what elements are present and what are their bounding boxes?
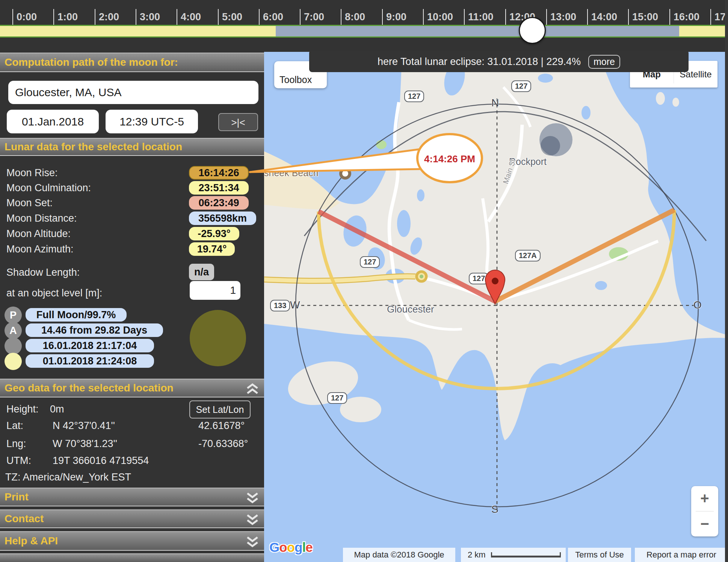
date-input[interactable]: 01.Jan.2018 <box>7 110 99 133</box>
eclipse-banner-text: here Total lunar eclipse: 31.01.2018 | 2… <box>378 56 581 68</box>
computation-header: Computation path of the moon for: <box>0 53 264 72</box>
full-moon-date: 01.01.2018 21:24:08 <box>26 354 154 368</box>
route-shield: 133 <box>270 300 290 311</box>
computation-header-label: Computation path of the moon for: <box>5 56 178 68</box>
utm-value: 19T 366016 4719554 <box>53 455 149 467</box>
full-moon-icon <box>5 353 22 370</box>
print-section[interactable]: Print <box>0 488 264 506</box>
geo-data-header-label: Geo data for the selected location <box>5 382 174 394</box>
hour-label: 0:00 <box>12 9 37 25</box>
mooncalc-app: 0:00 1:00 2:00 3:00 4:00 5:00 6:00 7:00 … <box>0 0 728 562</box>
height-label: Height: <box>6 403 39 415</box>
new-moon-date: 16.01.2018 21:17:04 <box>26 339 154 352</box>
print-label: Print <box>5 491 29 503</box>
moon-set-value: 06:23:49 <box>189 196 249 210</box>
moon-rise-value: 16:14:26 <box>189 166 249 180</box>
next-section-partial[interactable] <box>0 553 264 562</box>
hour-label: 15:00 <box>628 9 658 25</box>
hour-label: 2:00 <box>95 9 119 25</box>
moon-age-value: 14.46 from 29.82 Days <box>26 323 163 337</box>
phase-icon: P <box>5 307 22 324</box>
lat-decimal-value: 42.61678° <box>198 420 245 432</box>
zoom-control: + − <box>691 486 718 536</box>
map-scale: 2 km <box>461 548 566 562</box>
compass-north-label: N <box>491 97 499 109</box>
shadow-length-label: Shadow Length: <box>6 265 80 280</box>
row-label: Moon Distance: <box>6 212 77 225</box>
route-shield: 127 <box>327 392 347 404</box>
shadow-length-value: n/a <box>189 264 214 280</box>
help-api-section[interactable]: Help & API <box>0 531 264 551</box>
time-input[interactable]: 12:39 UTC-5 <box>106 110 198 133</box>
scale-bar <box>491 552 561 557</box>
zoom-in-button[interactable]: + <box>691 486 718 510</box>
route-shield: 127 <box>511 80 531 92</box>
map-graphics <box>264 52 728 562</box>
moon-distance-value: 356598km <box>189 212 256 225</box>
row-label: Moon Rise: <box>6 166 58 180</box>
object-level-label: at an object level [m]: <box>6 285 102 301</box>
lat-label: Lat: <box>6 420 23 432</box>
new-moon-icon <box>5 337 22 355</box>
logo-letter: o <box>287 540 295 554</box>
age-icon: A <box>5 322 22 339</box>
more-button[interactable]: more <box>588 55 620 69</box>
hour-label: 5:00 <box>218 9 242 25</box>
scale-label: 2 km <box>468 550 486 560</box>
map-canvas[interactable]: Gloucester Rockport sheek Beach Main St … <box>264 52 728 562</box>
compass-east-label: O <box>693 299 702 311</box>
lunar-data-header: Lunar data for the selected location <box>0 138 264 156</box>
height-value: 0m <box>50 403 64 415</box>
center-time-button[interactable]: >|< <box>218 113 258 131</box>
lng-dms-value: W 70°38'1.23'' <box>53 438 117 450</box>
lng-label: Lng: <box>6 438 26 450</box>
route-shield: 127A <box>515 250 541 261</box>
set-latlon-button[interactable]: Set Lat/Lon <box>189 400 251 418</box>
logo-letter: o <box>279 540 287 554</box>
eclipse-banner: here Total lunar eclipse: 31.01.2018 | 2… <box>309 51 689 72</box>
hour-label: 10:00 <box>423 9 453 25</box>
time-slider-knob[interactable] <box>519 17 546 44</box>
geo-data-header[interactable]: Geo data for the selected location <box>0 379 264 397</box>
logo-letter: G <box>269 540 279 554</box>
help-api-label: Help & API <box>5 535 58 547</box>
utm-label: UTM: <box>6 455 31 467</box>
contact-section[interactable]: Contact <box>0 509 264 528</box>
compass-west-label: W <box>290 299 300 311</box>
hour-label: 6:00 <box>259 9 283 25</box>
compass-south-label: S <box>491 503 498 515</box>
moon-up-segment <box>679 26 728 36</box>
hour-label: 4:00 <box>177 9 201 25</box>
hour-label: 13:00 <box>546 9 576 25</box>
hour-label: 16:00 <box>669 9 699 25</box>
contact-label: Contact <box>5 513 44 525</box>
hour-label: 11:00 <box>464 9 494 25</box>
timezone-value: TZ: America/New_York EST <box>5 471 131 483</box>
object-level-input[interactable]: 1 <box>190 281 240 300</box>
moon-down-segment <box>276 26 679 36</box>
zoom-out-button[interactable]: − <box>691 512 718 536</box>
beach-poi-icon <box>339 168 351 180</box>
hour-label: 9:00 <box>382 9 406 25</box>
row-label: Moon Set: <box>6 196 53 210</box>
moon-altitude-value: -25.93° <box>189 227 239 240</box>
lat-dms-value: N 42°37'0.41'' <box>53 420 115 432</box>
logo-letter: g <box>295 540 302 554</box>
terms-of-use-link[interactable]: Terms of Use <box>568 548 631 562</box>
expand-down-icon <box>245 513 260 526</box>
moon-azimuth-value: 19.74° <box>189 242 235 256</box>
time-slider-track[interactable] <box>0 25 728 38</box>
route-shield: 127 <box>404 91 424 102</box>
route-shield: 127 <box>469 273 489 284</box>
hour-label: 1:00 <box>53 9 78 25</box>
expand-down-icon <box>245 491 260 504</box>
map-copyright: Map data ©2018 Google <box>343 548 455 562</box>
report-map-error-link[interactable]: Report a map error <box>635 548 728 562</box>
lunar-data-header-label: Lunar data for the selected location <box>5 141 182 153</box>
location-input[interactable]: Gloucester, MA, USA <box>8 81 258 104</box>
google-logo[interactable]: Google <box>269 540 313 555</box>
hour-label: 8:00 <box>341 9 365 25</box>
expand-down-icon <box>245 535 260 548</box>
right-edge-scrollbar[interactable] <box>725 0 728 562</box>
row-label: Moon Azimuth: <box>6 242 74 256</box>
